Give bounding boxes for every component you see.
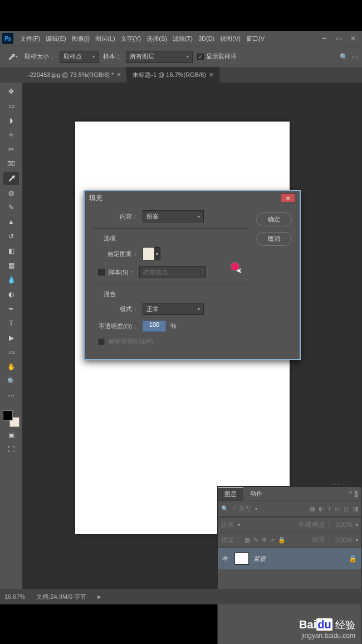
panel-toggle-icon[interactable]: ▭	[351, 53, 358, 61]
menu-edit[interactable]: 编辑(E)	[43, 32, 69, 45]
cancel-button[interactable]: 取消	[256, 232, 292, 246]
layer-opacity-value[interactable]: 100%	[335, 521, 353, 529]
toolbox: ✥ ▭ ◗ ✧ ✂ ⌧ ◍ ✎ ▲ ↺ ◧ ▦ 💧 ◐ ✒ T ▶ ▭ ✋ 🔍 …	[0, 83, 22, 589]
minimize-button[interactable]: ━	[317, 33, 331, 43]
frame-tool[interactable]: ⌧	[3, 157, 19, 171]
content-label: 内容：	[92, 212, 143, 221]
document-tab-bar: -220453.jpg @ 73.5%(RGB/8) * × 未标题-1 @ 1…	[0, 67, 362, 83]
menu-file[interactable]: 文件(F)	[18, 32, 42, 45]
document-tab-1[interactable]: -220453.jpg @ 73.5%(RGB/8) * ×	[22, 67, 127, 83]
menu-3d[interactable]: 3D(D)	[196, 33, 217, 44]
clone-stamp-tool[interactable]: ▲	[3, 215, 19, 229]
lock-image-icon[interactable]: ✎	[253, 536, 258, 544]
lasso-tool[interactable]: ◗	[3, 114, 19, 127]
shape-tool[interactable]: ▭	[3, 346, 19, 359]
eyedropper-tool[interactable]	[3, 172, 19, 185]
sample-size-label: 取样大小：	[25, 52, 55, 61]
lock-artboard-icon[interactable]: ▱	[270, 536, 275, 544]
visibility-icon[interactable]: 👁	[222, 555, 230, 563]
filter-shape-icon[interactable]: ▭	[335, 505, 340, 512]
menu-filter[interactable]: 滤镜(T)	[170, 32, 195, 45]
search-icon[interactable]: 🔍	[221, 505, 229, 512]
lock-all-icon[interactable]: 🔒	[278, 536, 286, 544]
menu-window[interactable]: 窗口(V	[244, 32, 267, 45]
layers-tab[interactable]: 图层	[218, 487, 243, 501]
layer-thumbnail[interactable]	[234, 553, 249, 565]
sample-layer-select[interactable]: 所有图层▾	[126, 51, 193, 63]
show-ring-checkbox[interactable]: ✓	[197, 54, 204, 60]
close-tab-icon[interactable]: ×	[117, 71, 121, 79]
options-bar: ▾ 取样大小： 取样点▾ 样本： 所有图层▾ ✓ 显示取样环 🔍 ▭	[0, 46, 362, 67]
filter-kind-label[interactable]: P 类型	[232, 504, 252, 514]
gradient-tool[interactable]: ▦	[3, 259, 19, 272]
color-swatches[interactable]	[3, 410, 19, 427]
maximize-button[interactable]: ▭	[332, 33, 345, 43]
crop-tool[interactable]: ✂	[3, 143, 19, 156]
lock-label: 锁定：	[221, 535, 241, 545]
foreground-color-swatch[interactable]	[3, 410, 13, 420]
script-select: 砖形填充	[139, 266, 206, 278]
document-tab-2[interactable]: 未标题-1 @ 16.7%(RGB/8) ×	[127, 67, 219, 83]
filter-type-icon[interactable]: T	[327, 506, 331, 512]
edit-toolbar[interactable]: ⋯	[3, 389, 19, 403]
type-tool[interactable]: T	[3, 317, 19, 330]
history-brush-tool[interactable]: ↺	[3, 230, 19, 243]
filter-toggle-icon[interactable]: ◨	[353, 505, 358, 512]
filter-pixel-icon[interactable]: ▦	[310, 505, 315, 512]
eraser-tool[interactable]: ◧	[3, 244, 19, 258]
path-select-tool[interactable]: ▶	[3, 331, 19, 345]
chevron-right-icon[interactable]: ▶	[97, 594, 101, 599]
magic-wand-tool[interactable]: ✧	[3, 128, 19, 142]
healing-brush-tool[interactable]: ◍	[3, 186, 19, 200]
filter-smart-icon[interactable]: ◫	[344, 505, 349, 512]
eyedropper-tool-preset[interactable]: ▾	[4, 50, 20, 64]
pen-tool[interactable]: ✒	[3, 302, 19, 316]
blend-section-label: 混合	[92, 290, 250, 298]
pattern-picker[interactable]: ▾	[143, 247, 160, 260]
actions-tab[interactable]: 动作	[243, 487, 269, 501]
filter-adjust-icon[interactable]: ◐	[319, 505, 324, 512]
zoom-tool[interactable]: 🔍	[3, 375, 19, 388]
lock-position-icon[interactable]: ✥	[262, 536, 267, 544]
menu-view[interactable]: 视图(V)	[218, 32, 243, 45]
doc-info[interactable]: 文档:24.9M/0 字节	[36, 593, 86, 601]
dialog-title: 填充	[89, 193, 102, 203]
script-checkbox[interactable]	[98, 269, 105, 275]
close-window-button[interactable]: ✕	[346, 33, 360, 43]
lock-transparent-icon[interactable]: ▩	[244, 536, 250, 544]
menu-image[interactable]: 图像(I)	[70, 32, 92, 45]
fill-value[interactable]: 100%	[335, 536, 353, 544]
pattern-label: 自定图案：	[92, 250, 143, 258]
menu-type[interactable]: 文字(Y)	[119, 32, 144, 45]
search-icon[interactable]: 🔍	[340, 53, 348, 61]
content-select[interactable]: 图案▾	[143, 210, 204, 222]
cursor-arrow-icon: ➤	[236, 266, 242, 275]
ok-button[interactable]: 确定	[256, 212, 292, 226]
layer-opacity-label: 不透明度：	[299, 520, 332, 530]
brush-tool[interactable]: ✎	[3, 201, 19, 214]
menu-select[interactable]: 选择(S)	[144, 32, 169, 45]
dodge-tool[interactable]: ◐	[3, 288, 19, 301]
hand-tool[interactable]: ✋	[3, 360, 19, 374]
opacity-input[interactable]: 100	[143, 321, 166, 332]
panel-menu-icon[interactable]: ≡	[354, 491, 358, 499]
zoom-level[interactable]: 16.67%	[4, 593, 25, 600]
layer-name[interactable]: 背景	[253, 555, 344, 563]
fill-label: 填充：	[312, 535, 332, 545]
quick-mask-tool[interactable]: ▣	[3, 428, 19, 442]
move-tool[interactable]: ✥	[3, 85, 19, 98]
layer-row-background[interactable]: 👁 背景 🔒	[218, 548, 361, 569]
dialog-close-button[interactable]: ✕	[281, 193, 295, 202]
close-tab-icon[interactable]: ×	[209, 71, 213, 79]
status-bar: 16.67% 文档:24.9M/0 字节 ▶	[0, 589, 362, 604]
marquee-tool[interactable]: ▭	[3, 99, 19, 113]
screen-mode-tool[interactable]: ⛶	[3, 443, 19, 456]
blur-tool[interactable]: 💧	[3, 273, 19, 287]
mode-select[interactable]: 正常▾	[143, 303, 204, 315]
menu-layer[interactable]: 图层(L)	[93, 32, 117, 45]
sample-size-select[interactable]: 取样点▾	[60, 51, 99, 63]
lock-icon[interactable]: 🔒	[349, 555, 357, 563]
blend-mode-select[interactable]: 正常	[221, 520, 234, 530]
fill-dialog: 填充 ✕ 内容： 图案▾ 选项 自定图案：	[84, 190, 301, 360]
ps-logo: Ps	[2, 33, 13, 44]
